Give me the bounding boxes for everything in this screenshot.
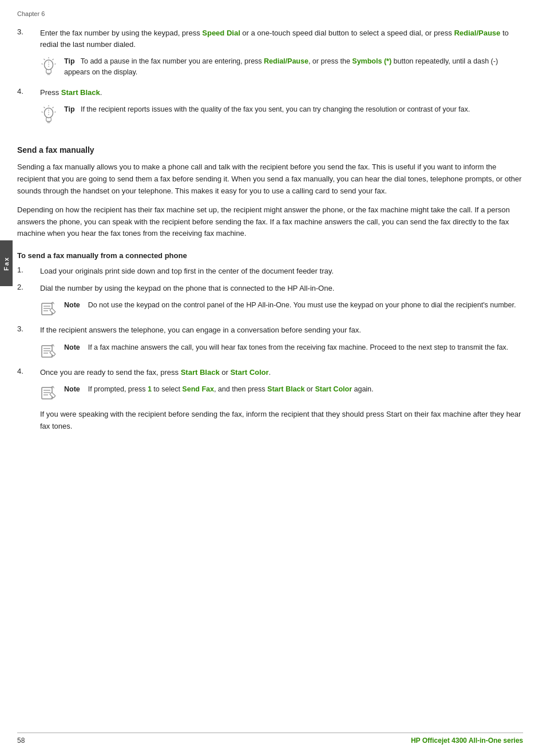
- note-content-step-2: Note Do not use the keypad on the contro…: [64, 300, 516, 311]
- manual-step-3-num: 3.: [17, 324, 34, 336]
- manual-step-1-text: Load your originals print side down and …: [40, 266, 334, 277]
- manual-step-4-text: Once you are ready to send the fax, pres…: [40, 367, 271, 378]
- start-color-link-2: Start Color: [315, 385, 352, 393]
- manual-step-2: 2. Dial the number by using the keypad o…: [17, 283, 523, 294]
- step-4: 4. Press Start Black.: [17, 87, 523, 98]
- manual-step-4-num: 4.: [17, 367, 34, 378]
- manual-step-2-num: 2.: [17, 283, 34, 294]
- redial-pause-link-1: Redial/Pause: [454, 29, 500, 37]
- manual-step-1: 1. Load your originals print side down a…: [17, 266, 523, 277]
- svg-line-7: [42, 64, 43, 65]
- step-4-num: 4.: [17, 87, 34, 98]
- note-icon-step-2: [40, 301, 58, 319]
- note-box-step-4: Note If prompted, press 1 to select Send…: [40, 384, 523, 403]
- tip-label-1: Tip: [64, 57, 75, 65]
- note-label-step-3: Note: [64, 343, 80, 351]
- speed-dial-link: Speed Dial: [202, 29, 240, 37]
- note-label-step-4: Note: [64, 385, 80, 393]
- note-content-step-4: Note If prompted, press 1 to select Send…: [64, 384, 374, 395]
- note-box-step-2: Note Do not use the keypad on the contro…: [40, 300, 523, 319]
- note-content-step-3: Note If a fax machine answers the call, …: [64, 342, 508, 353]
- step-3-num: 3.: [17, 27, 34, 50]
- svg-line-16: [42, 112, 43, 113]
- paragraph-2: Depending on how the recipient has their…: [17, 204, 523, 240]
- start-black-link-3: Start Black: [267, 385, 304, 393]
- note-icon-step-4: [40, 385, 58, 403]
- footer-product-name: HP Officejet 4300 All-in-One series: [411, 737, 523, 745]
- chapter-label: Chapter 6: [17, 10, 523, 17]
- sidebar-fax-label: Fax: [3, 256, 10, 271]
- extra-text-step-4: If you were speaking with the recipient …: [40, 409, 523, 433]
- manual-step-2-text: Dial the number by using the keypad on t…: [40, 283, 334, 294]
- symbols-link: Symbols (*): [352, 57, 391, 65]
- paragraph-1: Sending a fax manually allows you to mak…: [17, 161, 523, 197]
- page: Fax Chapter 6 3. Enter the fax number by…: [0, 0, 546, 756]
- svg-line-13: [53, 107, 54, 108]
- svg-line-14: [54, 112, 56, 113]
- step-3-text: Enter the fax number by using the keypad…: [40, 27, 523, 50]
- tip-box-2: Tip If the recipient reports issues with…: [40, 104, 523, 129]
- svg-line-6: [43, 59, 45, 60]
- tip-icon-1: [40, 57, 58, 81]
- press-1-link: 1: [148, 385, 152, 393]
- footer: 58 HP Officejet 4300 All-in-One series: [17, 733, 523, 745]
- manual-step-3: 3. If the recipient answers the telephon…: [17, 324, 523, 336]
- note-label-step-2: Note: [64, 301, 80, 309]
- section-heading-send-fax-manually: Send a fax manually: [17, 145, 523, 155]
- note-box-step-3: Note If a fax machine answers the call, …: [40, 342, 523, 361]
- redial-pause-tip: Redial/Pause: [264, 57, 308, 65]
- sidebar-fax: Fax: [0, 240, 13, 286]
- tip-icon-2: [40, 105, 58, 129]
- note-icon-step-3: [40, 343, 58, 361]
- svg-line-5: [54, 64, 56, 65]
- step-3: 3. Enter the fax number by using the key…: [17, 27, 523, 50]
- main-content: Chapter 6 3. Enter the fax number by usi…: [17, 0, 523, 432]
- send-fax-link: Send Fax: [182, 385, 214, 393]
- manual-step-4: 4. Once you are ready to send the fax, p…: [17, 367, 523, 378]
- svg-line-15: [43, 107, 45, 108]
- sub-heading-connected-phone: To send a fax manually from a connected …: [17, 251, 523, 260]
- manual-step-1-num: 1.: [17, 266, 34, 277]
- svg-line-4: [53, 59, 54, 60]
- tip-label-2: Tip: [64, 105, 75, 113]
- start-color-link-1: Start Color: [230, 368, 268, 377]
- start-black-link-1: Start Black: [61, 88, 100, 97]
- start-black-link-2: Start Black: [181, 368, 220, 377]
- tip-content-2: Tip If the recipient reports issues with…: [64, 104, 470, 115]
- tip-content-1: Tip To add a pause in the fax number you…: [64, 56, 523, 78]
- footer-page-number: 58: [17, 737, 25, 745]
- tip-box-1: Tip To add a pause in the fax number you…: [40, 56, 523, 81]
- step-4-text: Press Start Black.: [40, 87, 102, 98]
- manual-step-3-text: If the recipient answers the telephone, …: [40, 324, 361, 336]
